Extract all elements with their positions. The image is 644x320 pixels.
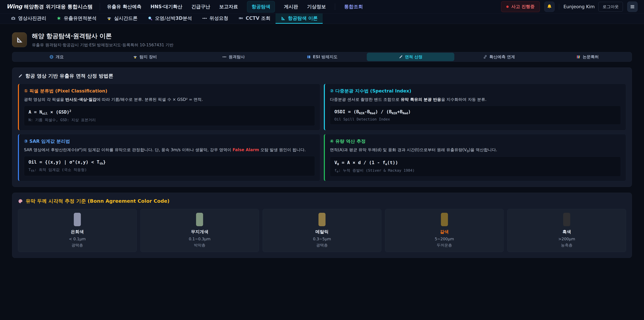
page-header: 해양 항공탐색·원격탐사 이론 유출유 원격탐지·항공감시 기법·ESI 방제정… (12, 32, 632, 48)
subnav-tab-5[interactable]: 위성요청 (197, 14, 233, 24)
tab-3[interactable]: 원격탐사 (190, 53, 277, 61)
palette-icon (18, 199, 23, 204)
subnav-tab-label: 실시간드론 (114, 15, 138, 22)
incident-status-badge: 사고 진행중 (501, 1, 540, 12)
method-card-3: ③ SAR 임계값 분리법SAR 영상에서 후방산란계수(σ°)의 임계값 이하… (18, 134, 320, 181)
subnav-tab-label: 유출유면적분석 (64, 15, 96, 22)
tab-label: 확산예측 연계 (489, 54, 515, 60)
tab-6[interactable]: 확산예측 연계 (455, 53, 543, 61)
nav-item-7[interactable]: 기상정보 (307, 4, 326, 10)
nav-item-3[interactable]: 긴급구난 (191, 4, 210, 10)
bonn-tile-range: 0.3~5μm (266, 237, 378, 241)
formula: OSDI = (BNIR-BRed) / (BNIR+BRed) (334, 109, 616, 115)
formula-note: Oil Spill Detection Index (334, 117, 616, 121)
app-logo: Wing 해양환경 위기대응 통합시스템 (6, 3, 93, 10)
nav-item-integrated-search[interactable]: 통합조회 (344, 4, 363, 10)
drone-icon (133, 55, 137, 59)
bonn-section: 유막 두께 시각적 추정 기준 (Bonn Agreement Color Co… (12, 193, 632, 258)
method-card-body: 광학 영상의 각 픽셀을 반사도·색상·질감에 따라 기름/해수로 분류. 분류… (24, 97, 315, 103)
formula-box: A = Noil × (GSD)2N: 기름 픽셀수, GSD: 지상 표본거리 (24, 106, 315, 126)
page-subtitle: 유출유 원격탐지·항공감시 기법·ESI 방제정보지도·등록특허 10-1567… (32, 42, 174, 48)
bonn-tile-2: 무지개색0.1~0.3μm박막층 (140, 209, 259, 252)
subnav-tab-3[interactable]: 실시간드론 (102, 14, 142, 24)
nav-item-6[interactable]: 게시판 (284, 4, 298, 10)
bonn-tile-5: 흑색>200μm농축층 (507, 209, 626, 252)
bonn-tile-layer: 박막층 (144, 243, 256, 248)
docs-icon (576, 55, 580, 59)
satellite-icon (202, 16, 207, 21)
incident-badge-label: 사고 진행중 (511, 4, 535, 10)
bonn-tile-range: < 0.1μm (21, 237, 134, 241)
formula-note: Tth: 최적 임계값 (국소 적응형) (28, 167, 310, 172)
nav-item-2[interactable]: HNS·대기확산 (150, 4, 182, 10)
methods-section: 항공 영상 기반 유출유 면적 산정 방법론 ① 픽셀 분류법 (Pixel C… (12, 68, 632, 187)
main-nav: 유출유 확산예측HNS·대기확산긴급구난보고자료항공탐색게시판기상정보통합조회 (107, 1, 363, 13)
bonn-tile-name: 갈색 (388, 229, 500, 235)
subnav-tab-label: 영상사진관리 (18, 15, 46, 22)
asterisk-icon (56, 16, 62, 21)
subnav-tab-label: 위성요청 (210, 15, 228, 22)
logout-button[interactable]: 로그아웃 (598, 2, 623, 12)
bonn-tile-range: 5~200μm (388, 237, 500, 241)
app-title: 해양환경 위기대응 통합시스템 (24, 3, 93, 10)
formula: Oil = {(x,y) | σ°(x,y) < Tth} (28, 159, 310, 165)
color-swatch (196, 213, 203, 226)
color-swatch (74, 213, 81, 226)
formula-box: V0 = A × d / (1 - fe(t))fe: 누적 증발비 (Stiv… (330, 157, 621, 177)
tab-7[interactable]: 논문특허 (544, 53, 631, 61)
tab-4[interactable]: ESI 방제지도 (278, 53, 366, 61)
method-card-title: ③ SAR 임계값 분리법 (24, 138, 315, 144)
tab-5[interactable]: 면적 산정 (367, 53, 454, 61)
bonn-tile-layer: 광택층 (21, 243, 134, 248)
subnav-tab-1[interactable]: 영상사진관리 (6, 14, 51, 24)
hamburger-icon (630, 4, 635, 9)
nav-item-5[interactable]: 항공탐색 (247, 1, 275, 13)
formula-box: OSDI = (BNIR-BRed) / (BNIR+BRed)Oil Spil… (330, 106, 621, 125)
formula-note: N: 기름 픽셀수, GSD: 지상 표본거리 (28, 117, 310, 123)
satellite-icon (222, 55, 226, 59)
bonn-tile-layer: 광택층 (266, 243, 378, 248)
method-card-title: ① 픽셀 분류법 (Pixel Classification) (24, 88, 315, 94)
notifications-button[interactable] (544, 2, 554, 12)
subnav-tab-label: 오염/선박3D분석 (155, 15, 192, 22)
page-title: 해양 항공탐색·원격탐사 이론 (32, 32, 174, 40)
logo-mark: Wing (6, 3, 22, 10)
set-square-icon (16, 36, 23, 44)
user-name: Eunjeong Kim (564, 4, 595, 9)
method-card-2: ② 다중분광 지수법 (Spectral Index)다중분광 센서로 촬영한 … (324, 84, 626, 130)
bonn-tile-layer: 두꺼운층 (388, 243, 500, 248)
subnav-tab-4[interactable]: 오염/선박3D분석 (142, 14, 197, 24)
method-card-title: ④ 유량 역산 추정 (330, 138, 621, 144)
subnav-tab-label: CCTV 조회 (246, 15, 270, 22)
subnav-tab-6[interactable]: CCTV 조회 (233, 14, 276, 24)
method-card-body: SAR 영상에서 후방산란계수(σ°)의 임계값 이하를 유막으로 판정합니다.… (24, 147, 315, 153)
hamburger-menu-button[interactable] (627, 2, 638, 12)
link-icon (483, 55, 487, 59)
status-dot-icon (506, 6, 509, 8)
sub-navigation: 영상사진관리유출유면적분석실시간드론오염/선박3D분석위성요청CCTV 조회항공… (0, 14, 644, 24)
bonn-tile-range: >200μm (510, 237, 623, 241)
tab-label: 면적 산정 (405, 54, 422, 60)
subnav-tab-label: 항공탐색 이론 (288, 15, 318, 22)
tab-2[interactable]: 탐지 장비 (101, 53, 189, 61)
bonn-tile-layer: 농축층 (510, 243, 623, 248)
methods-grid: ① 픽셀 분류법 (Pixel Classification)광학 영상의 각 … (18, 84, 626, 181)
bonn-tile-4: 갈색5~200μm두꺼운층 (385, 209, 504, 252)
bonn-grid: 은회색< 0.1μm광택층무지개색0.1~0.3μm박막층메탈릭0.3~5μm광… (18, 209, 626, 252)
tab-label: ESI 방제지도 (313, 54, 338, 60)
tab-label: 논문특허 (582, 54, 599, 60)
color-swatch (318, 213, 326, 226)
method-card-body: 다중분광 센서로 촬영한 밴드 조합으로 유막 특유의 분광 반응을 지수화하여… (330, 97, 621, 103)
book-icon (306, 55, 311, 59)
section-tabs: 개요탐지 장비원격탐사ESI 방제지도면적 산정확산예측 연계논문특허 (12, 52, 632, 62)
bonn-tile-range: 0.1~0.3μm (144, 237, 256, 241)
pencil-icon (399, 55, 403, 59)
bell-icon (546, 4, 552, 10)
tab-1[interactable]: 개요 (13, 53, 100, 61)
nav-item-4[interactable]: 보고자료 (219, 4, 238, 10)
nav-item-1[interactable]: 유출유 확산예측 (107, 4, 142, 10)
methods-section-title: 항공 영상 기반 유출유 면적 산정 방법론 (18, 73, 626, 79)
formula-box: Oil = {(x,y) | σ°(x,y) < Tth}Tth: 최적 임계값… (24, 156, 315, 176)
subnav-tab-7[interactable]: 항공탐색 이론 (276, 14, 323, 24)
subnav-tab-2[interactable]: 유출유면적분석 (51, 14, 102, 24)
